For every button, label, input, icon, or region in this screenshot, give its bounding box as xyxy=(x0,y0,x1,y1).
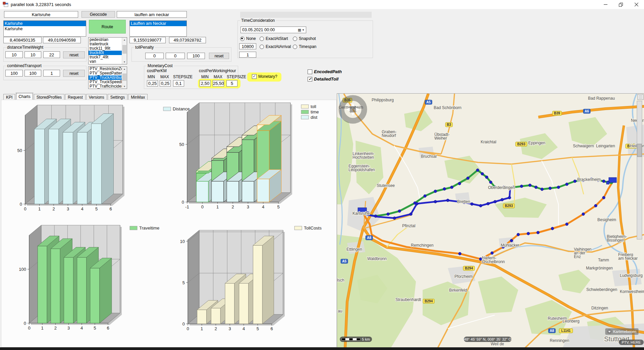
svg-text:Bietigheim-Bissingen: Bietigheim-Bissingen xyxy=(607,234,627,243)
stepsize-label: STEPSIZE xyxy=(173,74,193,79)
list-item[interactable]: van xyxy=(89,59,127,64)
title-bar: parallel took 3,228371 seconds xyxy=(0,0,644,9)
svg-text:4: 4 xyxy=(81,206,83,211)
list-item[interactable]: Karlsruhe xyxy=(4,26,86,32)
scrollbar-thumb[interactable] xyxy=(122,73,126,81)
interval-field[interactable] xyxy=(239,43,256,49)
svg-text:4: 4 xyxy=(80,326,83,331)
dropdown-arrow-icon[interactable]: ▼ xyxy=(302,29,305,32)
ct-value-2[interactable] xyxy=(24,70,41,77)
svg-text:0: 0 xyxy=(28,326,30,331)
checkbox-icon xyxy=(308,77,312,82)
svg-text:A8: A8 xyxy=(367,236,371,240)
encoded-path-checkbox[interactable]: EncodedPath xyxy=(308,69,342,74)
svg-text:Tamm: Tamm xyxy=(598,258,609,262)
route-button[interactable]: Route xyxy=(89,20,126,34)
cost-per-working-hour-label: costPerWorkingHour xyxy=(199,68,236,73)
calendar-icon[interactable]: ▦ xyxy=(298,28,301,32)
costhour-step-field[interactable] xyxy=(226,80,237,87)
svg-text:toll: toll xyxy=(311,104,316,109)
scroll-down-icon[interactable]: ▼ xyxy=(122,60,127,64)
toll-value-1[interactable] xyxy=(145,53,164,59)
scroll-up-icon[interactable]: ▲ xyxy=(122,38,127,42)
toll-reset-button[interactable]: reset xyxy=(209,53,229,59)
profile-list-scrollbar[interactable]: ▲ ▼ xyxy=(122,67,127,89)
radio-exact-at-arrival[interactable]: ExactAtArrival xyxy=(260,44,291,49)
restore-button[interactable] xyxy=(613,0,629,9)
svg-text:Pfinztal: Pfinztal xyxy=(402,223,415,228)
costhour-max-field[interactable] xyxy=(213,80,224,87)
svg-text:dist: dist xyxy=(311,115,318,120)
start-results-list[interactable]: KarlsruheKarlsruhe xyxy=(3,20,86,37)
dest-latitude-field[interactable] xyxy=(169,37,206,43)
list-item[interactable]: Lauffen am Neckar xyxy=(130,21,186,26)
svg-text:0: 0 xyxy=(20,202,22,207)
destination-results-list[interactable]: Lauffen am Neckar xyxy=(129,20,187,37)
svg-text:PTV, HERE: PTV, HERE xyxy=(622,340,641,344)
minimize-icon xyxy=(604,3,607,6)
max-label: MAX xyxy=(160,74,169,79)
horizon-field[interactable] xyxy=(239,52,256,58)
svg-text:0: 0 xyxy=(182,200,184,205)
datetime-picker[interactable]: 03.05.2021 00:00 ▦ ▼ xyxy=(240,27,306,33)
toll-value-3[interactable] xyxy=(187,53,205,59)
destination-marker xyxy=(609,178,616,183)
dtw-value-1[interactable] xyxy=(5,51,23,58)
ptv-profile-list[interactable]: PTV_RestrictionZonesPTV_SpeedPatternsPTV… xyxy=(88,66,127,89)
svg-text:time: time xyxy=(311,109,319,114)
geocode-button[interactable]: Geocode xyxy=(82,11,115,18)
monetary-checkbox[interactable]: Monetary? xyxy=(252,74,277,79)
radio-label: ExactAtStart xyxy=(266,36,288,41)
svg-text:3: 3 xyxy=(228,326,231,331)
map-coordinate-display: 48° 45' 59" N, 008° 35' 32" O xyxy=(464,337,512,342)
radio-label: Timespan xyxy=(299,44,316,49)
scroll-down-icon[interactable]: ▼ xyxy=(122,84,127,89)
dest-longitude-field[interactable] xyxy=(129,37,166,43)
radio-icon xyxy=(293,37,297,41)
svg-text:3: 3 xyxy=(67,326,70,331)
svg-text:Besigheim: Besigheim xyxy=(597,217,616,222)
ct-value-1[interactable] xyxy=(5,70,23,77)
dtw-reset-button[interactable]: reset xyxy=(63,51,85,58)
radio-exact-at-start[interactable]: ExactAtStart xyxy=(260,36,288,41)
list-item[interactable]: Karlsruhe xyxy=(4,21,86,26)
svg-text:L1141: L1141 xyxy=(561,329,571,333)
costkm-max-field[interactable] xyxy=(160,80,171,87)
costkm-min-field[interactable] xyxy=(147,80,158,87)
ct-reset-button[interactable]: reset xyxy=(63,70,85,77)
detailed-toll-checkbox[interactable]: DetailedToll xyxy=(308,77,338,82)
list-item[interactable]: PTV_TrafficIncidents xyxy=(89,84,127,89)
vehicle-profile-list[interactable]: pedestriantrailertrucktruck11_99ttruck40… xyxy=(88,37,127,64)
group-label: distanceTimeWeight xyxy=(6,45,44,50)
distance-time-weight-group: distanceTimeWeight reset xyxy=(3,47,87,62)
start-latitude-field[interactable] xyxy=(43,37,81,43)
svg-text:Mühlacker: Mühlacker xyxy=(501,243,519,248)
svg-text:50: 50 xyxy=(179,142,184,147)
start-longitude-field[interactable] xyxy=(3,37,42,43)
map-view[interactable]: B35A5A6B39B3B293B293B293A5A8B294B294L114… xyxy=(337,93,644,348)
dtw-value-3[interactable] xyxy=(43,51,60,58)
vehicle-list-scrollbar[interactable]: ▲ ▼ xyxy=(122,38,127,64)
destination-input[interactable] xyxy=(117,11,187,18)
radio-snapshot[interactable]: Snapshot xyxy=(293,36,316,41)
toll-value-2[interactable] xyxy=(166,53,185,59)
svg-text:Stutensee: Stutensee xyxy=(377,183,395,188)
minimize-button[interactable] xyxy=(598,0,613,9)
svg-text:2: 2 xyxy=(52,206,55,211)
map-layers-button[interactable]: Kartenebenen xyxy=(605,328,639,335)
combined-transport-group: combinedTransport reset xyxy=(3,66,87,80)
ct-value-3[interactable] xyxy=(43,70,60,77)
svg-text:0: 0 xyxy=(186,326,189,331)
scrollbar-thumb[interactable] xyxy=(122,45,126,54)
costkm-step-field[interactable] xyxy=(173,80,184,87)
svg-text:2: 2 xyxy=(215,326,217,331)
svg-text:Bruchsal: Bruchsal xyxy=(421,154,437,159)
radio-timespan[interactable]: Timespan xyxy=(293,44,316,49)
scroll-up-icon[interactable]: ▲ xyxy=(122,67,127,71)
dtw-value-2[interactable] xyxy=(24,51,41,58)
costhour-min-field[interactable] xyxy=(200,80,211,87)
radio-none[interactable]: None xyxy=(240,36,256,41)
start-location-input[interactable] xyxy=(4,11,78,18)
svg-text:Linkenheim-Hochstetten: Linkenheim-Hochstetten xyxy=(353,151,374,160)
close-button[interactable] xyxy=(629,0,644,9)
